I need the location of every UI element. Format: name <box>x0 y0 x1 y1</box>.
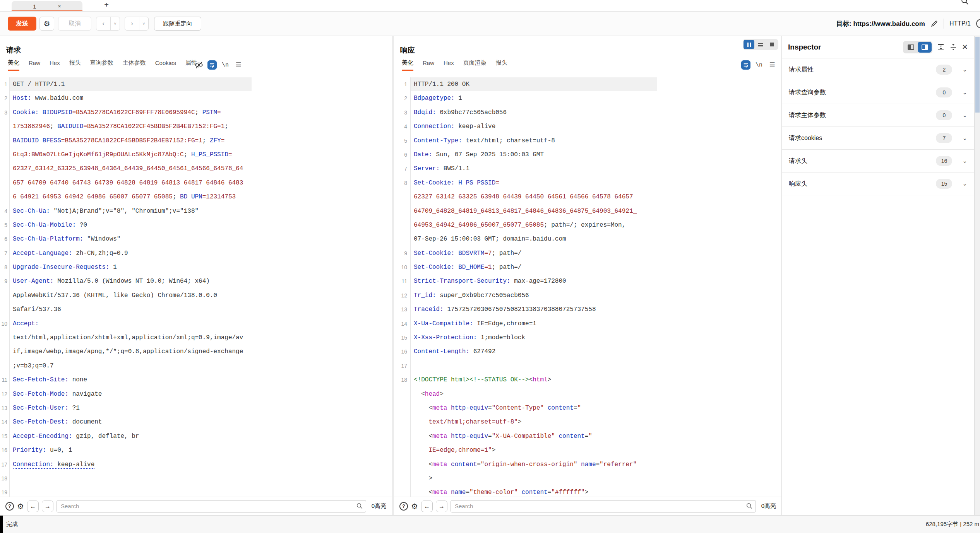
code-line: Safari/537.36 <box>0 302 252 316</box>
collapse-all-icon[interactable] <box>949 43 957 51</box>
help-icon[interactable]: ? <box>5 502 14 511</box>
editor-menu-icon[interactable]: ☰ <box>768 60 777 70</box>
send-settings-button[interactable]: ⚙ <box>39 17 54 31</box>
newline-chars-icon[interactable]: \n <box>221 60 230 70</box>
main-area: 请求 美化RawHex报头查询参数主体参数Cookies属性 \n ☰ 1GET… <box>0 36 980 515</box>
forward-button[interactable]: › ˅ <box>125 17 149 31</box>
line-content: Gtq3:BW0a07LtGeIjqKoMf61jR9pOUALc5KkMjc8… <box>9 148 252 162</box>
section-label: 请求头 <box>789 157 936 165</box>
size-and-time: 628,195字节 | 252 m <box>926 521 979 528</box>
line-content: text/html;charset=utf-8"> <box>410 415 657 429</box>
tab-报头[interactable]: 报头 <box>69 59 81 71</box>
protocol-selector[interactable]: HTTP/1 <box>949 20 971 27</box>
inspector-section[interactable]: 请求主体参数0⌄ <box>782 104 974 127</box>
newline-chars-icon[interactable]: \n <box>754 60 764 70</box>
line-number: 11 <box>394 274 410 288</box>
back-dropdown-icon[interactable]: ˅ <box>110 17 120 30</box>
close-icon[interactable]: ✕ <box>962 43 968 51</box>
request-editor[interactable]: 1GET / HTTP/1.12Host: www.baidu.com3Cook… <box>0 77 252 497</box>
new-tab-button[interactable]: + <box>101 0 111 9</box>
response-editor[interactable]: 1HTTP/1.1 200 OK2Bdpagetype: 13Bdqid: 0x… <box>394 77 657 497</box>
dock-left-icon[interactable] <box>904 42 918 53</box>
search-settings-icon[interactable]: ⚙ <box>411 502 418 511</box>
tab-报头[interactable]: 报头 <box>496 59 507 71</box>
code-line: 2Host: www.baidu.com <box>0 91 252 105</box>
code-line: 1753882946; BAIDUID=B5A35278CA1022CF45BD… <box>0 120 252 133</box>
global-search-icon[interactable] <box>961 0 969 5</box>
protocol-info-icon[interactable] <box>976 19 980 28</box>
code-line: > <box>394 472 657 485</box>
inspector-section[interactable]: 响应头15⌄ <box>782 173 974 195</box>
eye-off-icon[interactable] <box>194 60 204 70</box>
tab-Hex[interactable]: Hex <box>444 60 454 70</box>
line-content: Host: www.baidu.com <box>9 91 252 105</box>
line-content: Set-Cookie: H_PS_PSSID= <box>410 176 657 190</box>
code-line: 18 <box>0 472 252 485</box>
line-number <box>0 148 9 162</box>
word-wrap-icon[interactable] <box>207 60 217 70</box>
chevron-down-icon[interactable]: ⌄ <box>962 180 967 187</box>
tab-页面渲染[interactable]: 页面渲染 <box>463 59 487 71</box>
inspector-section[interactable]: 请求cookies7⌄ <box>782 127 974 150</box>
chevron-down-icon[interactable]: ⌄ <box>962 135 967 142</box>
forward-dropdown-icon[interactable]: ˅ <box>139 17 148 30</box>
chevron-down-icon[interactable]: ⌄ <box>962 112 967 119</box>
stop-icon[interactable] <box>767 40 778 49</box>
help-icon[interactable]: ? <box>399 502 408 511</box>
tab-bar: 1 × + <box>0 0 980 12</box>
line-content: ;v=b3;q=0.7 <box>9 359 252 373</box>
dock-right-icon[interactable] <box>918 42 932 53</box>
line-number: 14 <box>0 415 9 429</box>
response-search-input[interactable] <box>451 500 756 512</box>
send-button[interactable]: 发送 <box>8 17 36 31</box>
response-layout-segment <box>743 39 778 50</box>
edit-target-icon[interactable] <box>930 20 938 27</box>
line-content: Sec-Fetch-Mode: navigate <box>9 387 252 401</box>
line-content: 64953_64942_64986_65007_65077_65085; pat… <box>410 218 657 232</box>
line-content: <meta http-equiv="X-UA-Compatible" conte… <box>410 429 657 443</box>
scrollbar-thumb[interactable] <box>975 37 980 113</box>
tab-美化[interactable]: 美化 <box>402 59 413 71</box>
status-bar: 完成 628,195字节 | 252 m <box>0 515 980 533</box>
word-wrap-icon[interactable] <box>741 60 750 70</box>
line-content: Accept-Language: zh-CN,zh;q=0.9 <box>9 246 252 260</box>
editor-menu-icon[interactable]: ☰ <box>234 60 243 70</box>
tab-Cookies[interactable]: Cookies <box>155 60 176 70</box>
follow-redirect-button[interactable]: 跟随重定向 <box>154 17 201 31</box>
forward-arrow-icon[interactable]: › <box>125 20 139 27</box>
session-tab[interactable]: 1 × <box>12 1 82 12</box>
tab-美化[interactable]: 美化 <box>8 59 19 71</box>
inspector-section[interactable]: 请求查询参数0⌄ <box>782 81 974 104</box>
cancel-button[interactable]: 取消 <box>58 17 91 31</box>
line-content: Set-Cookie: BDSVRTM=7; path=/ <box>410 246 657 260</box>
line-content: User-Agent: Mozilla/5.0 (Windows NT 10.0… <box>9 274 252 288</box>
tab-Raw[interactable]: Raw <box>423 60 434 70</box>
tab-Hex[interactable]: Hex <box>50 60 60 70</box>
request-search-input[interactable] <box>57 500 366 512</box>
inspector-section[interactable]: 请求头16⌄ <box>782 150 974 173</box>
tab-Raw[interactable]: Raw <box>29 60 40 70</box>
search-prev-button[interactable]: ← <box>421 501 433 512</box>
split-rows-icon[interactable] <box>755 40 766 49</box>
search-settings-icon[interactable]: ⚙ <box>17 502 24 511</box>
tab-主体参数[interactable]: 主体参数 <box>123 59 146 71</box>
chevron-down-icon[interactable]: ⌄ <box>962 66 967 73</box>
code-line: <meta http-equiv="X-UA-Compatible" conte… <box>394 429 657 443</box>
tab-close-icon[interactable]: × <box>58 3 61 9</box>
line-content: 07-Sep-26 15:00:03 GMT; domain=.baidu.co… <box>410 232 657 246</box>
chevron-down-icon[interactable]: ⌄ <box>962 89 967 96</box>
code-line: 6Date: Sun, 07 Sep 2025 15:00:03 GMT <box>394 148 657 162</box>
search-next-button[interactable]: → <box>42 501 53 512</box>
pause-icon[interactable] <box>744 40 754 49</box>
chevron-down-icon[interactable]: ⌄ <box>962 157 967 164</box>
expand-all-icon[interactable] <box>937 43 945 51</box>
line-content: <meta http-equiv="Content-Type" content=… <box>410 401 657 415</box>
back-button[interactable]: ‹ ˅ <box>96 17 120 31</box>
back-arrow-icon[interactable]: ‹ <box>96 20 110 27</box>
tab-查询参数[interactable]: 查询参数 <box>90 59 113 71</box>
inspector-section[interactable]: 请求属性2⌄ <box>782 58 974 81</box>
window-scrollbar[interactable] <box>974 36 980 515</box>
search-next-button[interactable]: → <box>436 501 447 512</box>
inspector-title: Inspector <box>788 43 898 51</box>
search-prev-button[interactable]: ← <box>27 501 39 512</box>
